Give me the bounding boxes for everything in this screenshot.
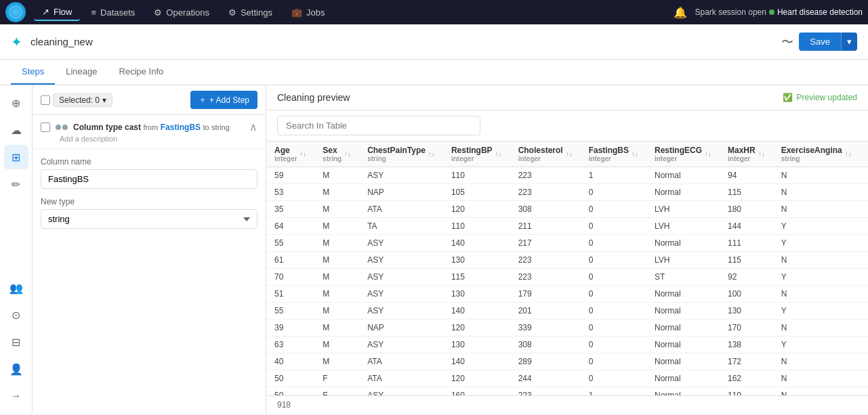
- col-header-cholesterol[interactable]: Cholesterolinteger↑↓: [510, 141, 581, 167]
- table-cell: LVH: [646, 201, 720, 218]
- step-description-text: Column type cast from FastingBS to strin…: [73, 123, 244, 132]
- table-cell: 140: [443, 353, 510, 370]
- table-cell: ASY: [359, 269, 443, 286]
- table-cell: 0: [581, 218, 646, 235]
- table-cell: N: [773, 286, 860, 303]
- table-cell: 179: [510, 286, 581, 303]
- nav-jobs[interactable]: 💼 Jobs: [283, 5, 333, 20]
- col-header-chestpaintype[interactable]: ChestPainTypestring↑↓: [359, 141, 443, 167]
- home-icon-bar-item[interactable]: ⊕: [4, 91, 28, 115]
- app-logo[interactable]: [5, 2, 26, 22]
- cloud-icon-bar-item[interactable]: ☁: [4, 118, 28, 142]
- sort-icon[interactable]: ↑↓: [705, 150, 711, 158]
- step-collapse-button[interactable]: ∧: [249, 121, 257, 133]
- column-name-input[interactable]: [41, 169, 257, 189]
- col-header-sex[interactable]: Sexstring↑↓: [314, 141, 359, 167]
- table-cell: 55: [266, 303, 314, 320]
- add-description-link[interactable]: Add a description: [60, 135, 257, 143]
- step-item: Column type cast from FastingBS to strin…: [33, 115, 266, 149]
- add-step-button[interactable]: ＋ + Add Step: [190, 91, 257, 109]
- table-cell: 0: [581, 201, 646, 218]
- table-cell: 180: [720, 201, 773, 218]
- table-cell: 0: [860, 269, 868, 286]
- nav-flow[interactable]: ↗ Flow: [34, 4, 80, 21]
- notification-bell-icon[interactable]: 🔔: [674, 6, 687, 19]
- grid-icon-bar-item[interactable]: ⊞: [4, 145, 28, 169]
- col-header-restingecg[interactable]: RestingECGinteger↑↓: [646, 141, 720, 167]
- table-cell: Y: [773, 336, 860, 353]
- table-cell: 217: [510, 235, 581, 252]
- table-cell: 61: [266, 252, 314, 269]
- nav-datasets[interactable]: ≡ Datasets: [83, 5, 143, 20]
- spark-session-badge: Spark session open Heart disease detecti…: [695, 7, 863, 17]
- preview-header: Cleaning preview ✅ Preview updated: [266, 85, 868, 110]
- table-cell: N: [773, 201, 860, 218]
- sort-icon[interactable]: ↑↓: [758, 150, 765, 158]
- sort-icon[interactable]: ↑↓: [632, 150, 638, 158]
- table-cell: N: [773, 184, 860, 201]
- sort-icon[interactable]: ↑↓: [566, 150, 573, 158]
- table-cell: Normal: [646, 353, 720, 370]
- col-header-maxhr[interactable]: MaxHRinteger↑↓: [720, 141, 773, 167]
- sort-icon[interactable]: ↑↓: [495, 150, 502, 158]
- step-checkbox[interactable]: [41, 123, 50, 132]
- table-cell: 63: [266, 336, 314, 353]
- search-input[interactable]: [277, 116, 480, 135]
- save-dropdown-button[interactable]: ▾: [841, 32, 857, 51]
- tab-steps[interactable]: Steps: [11, 60, 55, 85]
- sort-icon[interactable]: ↑↓: [299, 150, 306, 158]
- arrow-right-icon-bar-item[interactable]: →: [4, 384, 28, 408]
- select-all-checkbox[interactable]: [41, 95, 50, 105]
- circle-icon-bar-item[interactable]: ⊙: [4, 303, 28, 327]
- right-panel: Cleaning preview ✅ Preview updated Agein…: [266, 85, 868, 414]
- table-cell: 0: [581, 353, 646, 370]
- table-cell: 172: [720, 353, 773, 370]
- table-header: Ageinteger↑↓Sexstring↑↓ChestPainTypestri…: [266, 141, 868, 167]
- table-cell: LVH: [646, 218, 720, 235]
- sort-icon[interactable]: ↑↓: [344, 150, 351, 158]
- table-cell: ASY: [359, 252, 443, 269]
- table-row: 59MASY1102231Normal94N0: [266, 167, 868, 184]
- sort-icon[interactable]: ↑↓: [428, 150, 435, 158]
- tab-lineage[interactable]: Lineage: [55, 60, 108, 85]
- people-icon-bar-item[interactable]: 👥: [4, 276, 28, 300]
- table-cell: 223: [510, 269, 581, 286]
- sort-icon[interactable]: ↑↓: [845, 150, 852, 158]
- selected-count-badge[interactable]: Selected: 0 ▾: [53, 93, 112, 107]
- table-cell: N: [773, 167, 860, 184]
- table-cell: 64: [266, 218, 314, 235]
- new-type-select[interactable]: string integer double boolean date: [41, 209, 257, 229]
- col-header-exerciseangina[interactable]: ExerciseAnginastring↑↓: [773, 141, 860, 167]
- nav-settings[interactable]: ⚙ Settings: [220, 5, 281, 20]
- col-header-oldpeak[interactable]: Oldpeakdouble↑↓: [860, 141, 868, 167]
- table-cell: M: [314, 286, 359, 303]
- table-row: 50FASY1602231Normal110N0: [266, 387, 868, 396]
- tab-recipe-info[interactable]: Recipe Info: [108, 60, 175, 85]
- edit-icon-bar-item[interactable]: ✏: [4, 172, 28, 196]
- step-type-indicator: [56, 125, 68, 130]
- preview-updated-badge: ✅ Preview updated: [783, 93, 857, 102]
- table-row: 50FATA1202440Normal162N1.1: [266, 370, 868, 387]
- table-cell: 2: [860, 336, 868, 353]
- table-cell: ASY: [359, 235, 443, 252]
- toolbar-right: 〜 Save ▾: [781, 32, 857, 51]
- plus-icon: ＋: [199, 94, 207, 106]
- col-header-age[interactable]: Ageinteger↑↓: [266, 141, 314, 167]
- table-cell: 100: [720, 286, 773, 303]
- table-icon-bar-item[interactable]: ⊟: [4, 330, 28, 354]
- table-cell: 115: [443, 269, 510, 286]
- table-cell: N: [773, 370, 860, 387]
- table-cell: F: [314, 370, 359, 387]
- settings-icon: ⚙: [228, 7, 236, 18]
- trend-icon[interactable]: 〜: [781, 34, 793, 50]
- new-type-label: New type: [41, 197, 257, 206]
- nav-operations[interactable]: ⚙ Operations: [146, 5, 218, 20]
- data-table-container[interactable]: Ageinteger↑↓Sexstring↑↓ChestPainTypestri…: [266, 141, 868, 395]
- save-button[interactable]: Save: [799, 32, 841, 51]
- table-cell: 0: [860, 320, 868, 336]
- col-header-restingbp[interactable]: RestingBPinteger↑↓: [443, 141, 510, 167]
- table-cell: 0: [581, 320, 646, 336]
- col-header-fastingbs[interactable]: FastingBSinteger↑↓: [581, 141, 646, 167]
- user-icon-bar-item[interactable]: 👤: [4, 357, 28, 381]
- data-table: Ageinteger↑↓Sexstring↑↓ChestPainTypestri…: [266, 141, 868, 395]
